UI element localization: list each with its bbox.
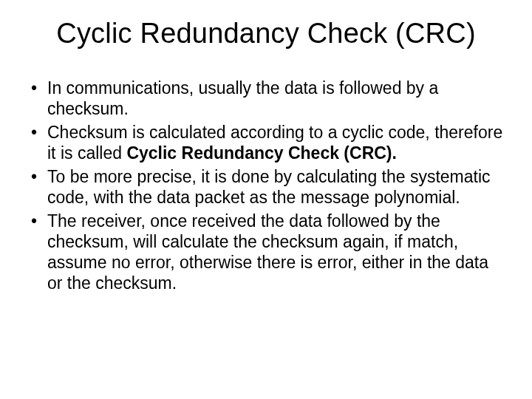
- list-item: The receiver, once received the data fol…: [27, 211, 505, 293]
- slide-title: Cyclic Redundancy Check (CRC): [27, 18, 505, 50]
- bullet-list: In communications, usually the data is f…: [27, 78, 505, 293]
- list-item: In communications, usually the data is f…: [27, 78, 505, 119]
- bullet-text: To be more precise, it is done by calcul…: [47, 167, 491, 207]
- list-item: Checksum is calculated according to a cy…: [27, 122, 505, 163]
- slide: Cyclic Redundancy Check (CRC) In communi…: [0, 0, 532, 399]
- list-item: To be more precise, it is done by calcul…: [27, 166, 505, 208]
- bullet-bold: Cyclic Redundancy Check (CRC).: [126, 143, 397, 163]
- bullet-text: The receiver, once received the data fol…: [47, 211, 488, 293]
- bullet-text: In communications, usually the data is f…: [47, 78, 438, 118]
